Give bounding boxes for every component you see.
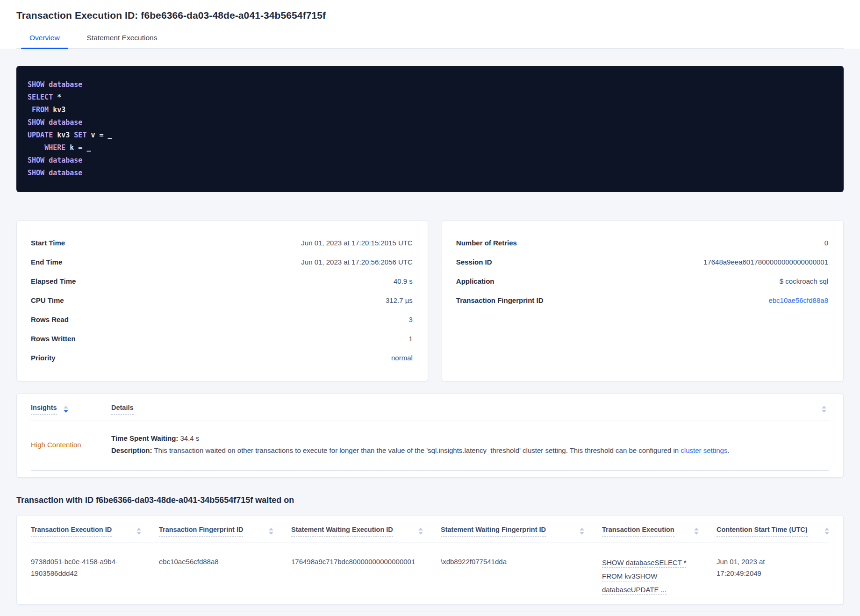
page-title: Transaction Execution ID: f6be6366-da03-…	[16, 0, 844, 21]
column-label[interactable]: Statement Waiting Execution ID	[291, 526, 393, 537]
summary-label: Rows Read	[31, 315, 69, 323]
insight-details: Time Spent Waiting: 34.4 s Description: …	[111, 432, 829, 457]
sort-down-icon	[418, 532, 423, 535]
summary-cards: Start Time Jun 01, 2023 at 17:20:15:2015…	[16, 220, 844, 381]
tab-statement-executions[interactable]: Statement Executions	[79, 34, 166, 48]
sort-up-icon	[418, 528, 423, 530]
summary-value: normal	[391, 354, 413, 362]
sort-icon[interactable]	[418, 528, 423, 535]
sort-icon[interactable]	[824, 528, 829, 535]
header-cell-transaction-execution: Transaction Execution	[602, 526, 717, 537]
summary-row: Session ID 17648a9eea6017800000000000000…	[456, 252, 828, 272]
sql-line: SHOW database	[28, 79, 832, 91]
details-header-cell: Details	[111, 404, 829, 415]
transaction-fingerprint-link[interactable]: ebc10ae56cfd88a8	[768, 296, 828, 304]
cell-contention-start-time: Jun 01, 2023 at 17:20:49:2049	[717, 556, 829, 597]
summary-value: 40.9 s	[394, 277, 413, 285]
summary-row: Rows Read 3	[31, 310, 413, 329]
summary-row: CPU Time 312.7 µs	[31, 291, 413, 310]
summary-row: Rows Written 1	[31, 329, 413, 348]
column-label[interactable]: Transaction Execution	[602, 526, 674, 537]
sort-down-icon	[822, 410, 826, 413]
column-label[interactable]: Statement Waiting Fingerprint ID	[441, 526, 546, 537]
details-column-label[interactable]: Details	[111, 404, 134, 415]
transaction-execution-link[interactable]: SHOW databaseSELECT * FROM kv3SHOW datab…	[602, 559, 687, 594]
table-row: 9738d051-bc0e-4158-a9b4-1903586ddd42 ebc…	[31, 543, 829, 612]
summary-value: 1	[409, 335, 413, 343]
summary-label: End Time	[31, 258, 62, 266]
sort-down-icon	[64, 410, 68, 413]
sort-up-icon	[136, 528, 141, 530]
page-content: SHOW databaseSELECT * FROM kv3SHOW datab…	[0, 66, 860, 605]
page-header: Transaction Execution ID: f6be6366-da03-…	[0, 0, 860, 49]
summary-row: Priority normal	[31, 348, 413, 367]
insights-header-row: Insights Details	[31, 404, 829, 421]
summary-card-left: Start Time Jun 01, 2023 at 17:20:15:2015…	[16, 220, 428, 381]
session-id-value: 17648a9eea6017800000000000000001	[703, 258, 828, 266]
sort-up-icon	[64, 406, 68, 408]
sort-icon[interactable]	[694, 528, 699, 535]
sql-line: WHERE k = _	[28, 142, 832, 154]
cluster-settings-link[interactable]: cluster settings	[681, 446, 727, 454]
summary-value: 312.7 µs	[386, 296, 413, 304]
cell-statement-waiting-execution-id: 176498a9c717bdc80000000000000001	[291, 556, 441, 597]
sql-line: FROM kv3	[28, 104, 832, 116]
summary-value: 0	[824, 239, 828, 247]
summary-label: Priority	[31, 354, 56, 362]
waited-on-table: Transaction Execution ID Transaction Fin…	[16, 515, 844, 605]
summary-value: 3	[409, 315, 413, 323]
summary-value: Jun 01, 2023 at 17:20:56:2056 UTC	[301, 258, 413, 266]
description-text: This transaction waited on other transac…	[152, 446, 681, 454]
summary-label: Session ID	[456, 258, 492, 266]
cell-statement-waiting-fingerprint-id: \xdb8922f077541dda	[441, 556, 602, 597]
summary-row: End Time Jun 01, 2023 at 17:20:56:2056 U…	[31, 252, 413, 272]
insights-row: High Contention Time Spent Waiting: 34.4…	[31, 421, 829, 471]
cell-transaction-fingerprint-id: ebc10ae56cfd88a8	[159, 556, 291, 597]
insights-column-label[interactable]: Insights	[31, 404, 57, 415]
summary-value: Jun 01, 2023 at 17:20:15:2015 UTC	[301, 239, 413, 247]
sql-line: SHOW database	[28, 154, 832, 167]
column-label[interactable]: Contention Start Time (UTC)	[717, 526, 808, 537]
description-period: .	[727, 446, 729, 454]
cell-transaction-execution-id: 9738d051-bc0e-4158-a9b4-1903586ddd42	[31, 556, 159, 597]
sort-down-icon	[580, 532, 584, 535]
sql-line: SELECT *	[28, 91, 832, 104]
summary-label: CPU Time	[31, 296, 64, 304]
sort-icon[interactable]	[822, 406, 826, 413]
column-label[interactable]: Transaction Execution ID	[31, 526, 112, 537]
sql-line: SHOW database	[28, 116, 832, 129]
sort-down-icon	[269, 532, 273, 535]
waited-on-header-row: Transaction Execution ID Transaction Fin…	[31, 526, 829, 543]
time-spent-waiting: Time Spent Waiting: 34.4 s	[111, 432, 829, 444]
summary-row: Transaction Fingerprint ID ebc10ae56cfd8…	[456, 291, 828, 310]
column-label[interactable]: Transaction Fingerprint ID	[159, 526, 243, 537]
summary-label: Application	[456, 277, 494, 285]
insight-description: Description: This transaction waited on …	[111, 444, 829, 457]
summary-label: Number of Retries	[456, 239, 517, 247]
sql-code: SHOW databaseSELECT * FROM kv3SHOW datab…	[16, 66, 844, 192]
header-cell-statement-waiting-execution-id: Statement Waiting Execution ID	[291, 526, 441, 537]
sort-icon[interactable]	[136, 528, 141, 535]
summary-row: Elapsed Time 40.9 s	[31, 272, 413, 291]
cell-transaction-execution: SHOW databaseSELECT * FROM kv3SHOW datab…	[602, 556, 717, 597]
sort-icon[interactable]	[269, 528, 273, 535]
waiting-label: Time Spent Waiting:	[111, 434, 178, 442]
sort-down-icon	[824, 532, 829, 535]
summary-label: Rows Written	[31, 335, 76, 343]
sort-up-icon	[694, 528, 699, 530]
header-cell-transaction-fingerprint-id: Transaction Fingerprint ID	[159, 526, 291, 537]
sort-up-icon	[822, 406, 826, 408]
summary-row: Application $ cockroach sql	[456, 272, 828, 291]
header-cell-statement-waiting-fingerprint-id: Statement Waiting Fingerprint ID	[441, 526, 602, 537]
summary-row: Number of Retries 0	[456, 233, 828, 252]
summary-label: Transaction Fingerprint ID	[456, 296, 544, 304]
sql-line: SHOW database	[28, 167, 832, 179]
waiting-value: 34.4 s	[178, 434, 199, 442]
sort-icon[interactable]	[64, 406, 68, 413]
sort-up-icon	[580, 528, 584, 530]
waited-on-heading: Transaction with ID f6be6366-da03-48de-a…	[16, 495, 844, 505]
tab-overview[interactable]: Overview	[21, 34, 68, 48]
sort-icon[interactable]	[580, 528, 584, 535]
summary-row: Start Time Jun 01, 2023 at 17:20:15:2015…	[31, 233, 413, 252]
sort-up-icon	[269, 528, 273, 530]
